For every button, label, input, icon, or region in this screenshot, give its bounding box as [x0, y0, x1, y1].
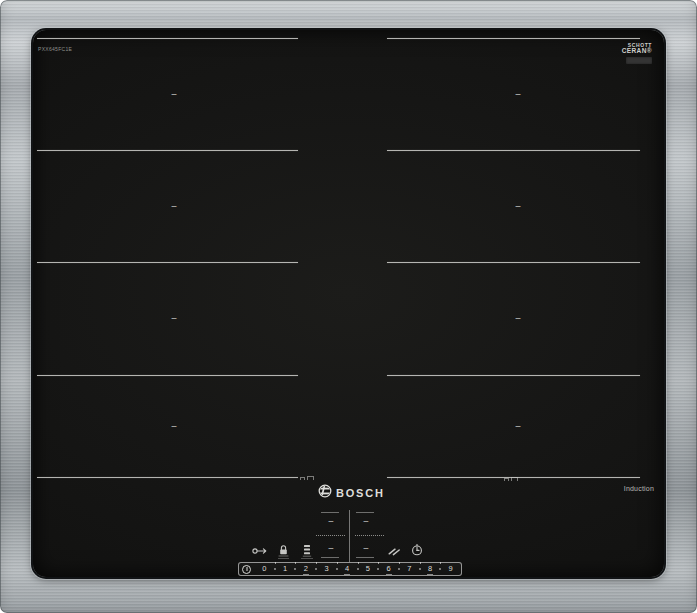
ceran-label: CERAN®: [622, 48, 652, 55]
zone-separator-line: [37, 38, 298, 39]
level-tick: [344, 574, 350, 575]
induction-cooktop: – – – – – – – – PXX645FC1E SCHOTT CERAN®…: [0, 0, 697, 613]
level-key-4[interactable]: 4: [337, 563, 358, 575]
zone-select-bracket: [321, 557, 339, 558]
level-key-6[interactable]: 6: [378, 563, 399, 575]
zone-separator-line: [387, 262, 640, 263]
pan-position-marker: –: [513, 421, 523, 431]
zone-cluster-dotted-line: [316, 535, 345, 536]
ceramic-glass-surface: – – – – – – – – PXX645FC1E SCHOTT CERAN®…: [33, 30, 664, 577]
zone-display-rear-right[interactable]: –: [360, 544, 372, 554]
level-key-7[interactable]: 7: [399, 563, 420, 575]
icon-sub-label: [301, 558, 313, 559]
key-icon[interactable]: [252, 546, 268, 556]
zone-separator-line: [387, 38, 640, 39]
level-key-1[interactable]: 1: [275, 563, 296, 575]
bosch-wordmark: BOSCH: [336, 487, 385, 499]
zone-select-bracket: [356, 512, 374, 513]
timer-clock-icon[interactable]: [411, 544, 423, 556]
zone-separator-line: [37, 262, 298, 263]
level-tick: [303, 574, 309, 575]
zone-separator-line: [37, 150, 298, 151]
pan-position-marker: –: [169, 201, 179, 211]
zone-separator-line: [387, 375, 640, 376]
bosch-logo-icon: [318, 484, 332, 502]
timer-stack-icon[interactable]: [302, 544, 312, 557]
bosch-logo: BOSCH: [318, 484, 385, 502]
schott-ceran-badge: SCHOTT CERAN®: [622, 43, 652, 64]
pan-size-icon: [300, 476, 314, 480]
power-icon[interactable]: [242, 565, 251, 574]
pan-size-icon: [504, 477, 518, 481]
pan-position-marker: –: [169, 421, 179, 431]
pan-position-marker: –: [513, 313, 523, 323]
zone-display-front-right[interactable]: –: [360, 517, 372, 527]
zone-cluster-dotted-line: [355, 535, 384, 536]
level-key-0[interactable]: 0: [254, 563, 275, 575]
level-key-3[interactable]: 3: [316, 563, 337, 575]
zone-select-bracket: [321, 512, 339, 513]
zone-separator-line: [387, 150, 640, 151]
icon-sub-label: [278, 558, 289, 559]
pan-position-marker: –: [513, 201, 523, 211]
zone-display-rear-left[interactable]: –: [325, 544, 337, 554]
level-key-8[interactable]: 8: [420, 563, 441, 575]
lock-icon[interactable]: [278, 544, 289, 557]
level-tick: [427, 574, 433, 575]
zone-separator-line: [37, 477, 298, 478]
power-level-slider[interactable]: 0 1 2 3 4 5 6 7 8 9: [238, 562, 462, 576]
ceran-sub-badge: [626, 57, 652, 64]
zone-cluster-divider: [349, 510, 350, 562]
induction-label: Induction: [624, 485, 654, 492]
level-key-9[interactable]: 9: [440, 563, 461, 575]
level-key-2[interactable]: 2: [295, 563, 316, 575]
model-number-label: PXX645FC1E: [38, 46, 72, 52]
wipe-icon[interactable]: [387, 547, 401, 556]
pan-position-marker: –: [513, 89, 523, 99]
level-tick: [386, 574, 392, 575]
zone-select-bracket: [356, 557, 374, 558]
zone-separator-line: [37, 375, 298, 376]
pan-position-marker: –: [169, 89, 179, 99]
level-key-5[interactable]: 5: [358, 563, 379, 575]
zone-display-front-left[interactable]: –: [325, 517, 337, 527]
pan-position-marker: –: [169, 313, 179, 323]
